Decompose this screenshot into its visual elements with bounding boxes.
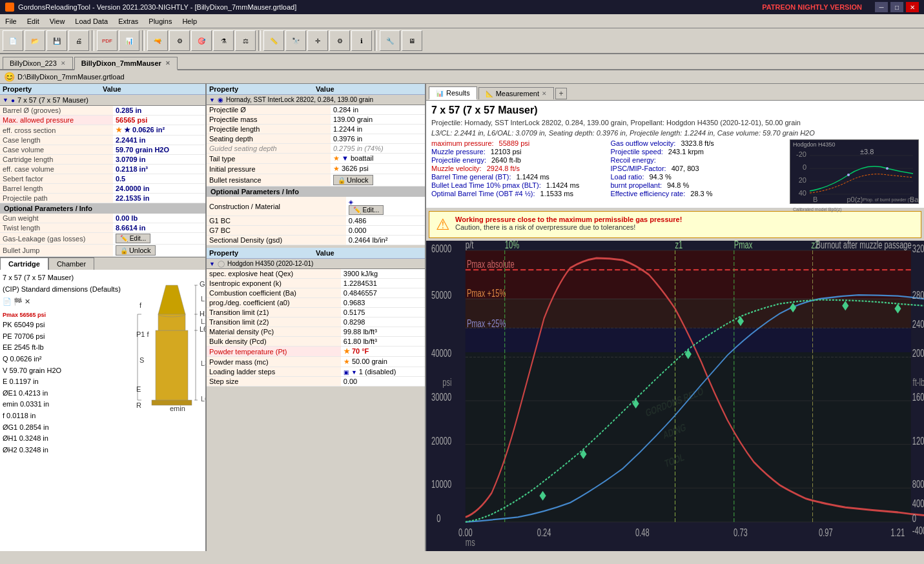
proj-dropdown-icon: ▼	[209, 97, 215, 103]
ba-value: 0.4846557	[341, 288, 425, 298]
powder-selector-label[interactable]: Hodgdon H4350 (2020-12-01)	[227, 260, 313, 267]
bullet-jump-label: Bullet Jump	[0, 245, 113, 257]
svg-text:Burnout after muzzle passage: Burnout after muzzle passage	[816, 241, 912, 251]
proj-tail-label: Tail type	[207, 154, 331, 164]
tab-cartridge[interactable]: Cartridge	[0, 257, 48, 270]
file-path-text: D:\BillyDixon_7mmMauser.grtload	[17, 73, 125, 81]
toolbar-chart[interactable]: 📊	[119, 30, 139, 51]
tab-results[interactable]: 📊 Results	[429, 86, 477, 100]
stat-oh2: ØH2 0.3248 in	[3, 445, 121, 456]
minimize-button[interactable]: ─	[875, 2, 888, 12]
metric-row-recoil-energy: Recoil energy:	[611, 156, 785, 164]
toolbar-monitor[interactable]: 🖥	[402, 30, 422, 51]
proj-row-bullet-resistance: Bullet resistance 🔒 Unlock	[207, 174, 425, 186]
prop-row-case-length: Case length 2.2441 in	[0, 136, 205, 145]
results-tabs-bar: 📊 Results 📐 Measurement ✕ +	[426, 84, 924, 101]
svg-text:ft-lb: ft-lb	[913, 376, 924, 388]
toolbar-print[interactable]: 🖨	[68, 30, 89, 51]
menu-plugins[interactable]: Plugins	[143, 16, 177, 26]
toolbar-new[interactable]: 📄	[3, 30, 23, 51]
toolbar-settings[interactable]: 🔧	[380, 30, 400, 51]
pc-label: Material density (Pc)	[207, 327, 341, 337]
toolbar-calc[interactable]: ⚙	[169, 30, 190, 51]
bullet-jump-unlock-button[interactable]: 🔒 Unlock	[116, 245, 156, 256]
gas-leakage-edit-button[interactable]: ✏️ Edit...	[116, 234, 150, 243]
prop-row-barrel-length: Barrel length 24.0000 in	[0, 184, 205, 194]
proj-speed-label: Projectile speed:	[611, 148, 663, 156]
tab-billydixon223[interactable]: BillyDixon_223 ✕	[3, 57, 73, 69]
step-size-label: Step size	[207, 377, 341, 387]
maximize-button[interactable]: □	[890, 2, 903, 12]
tab-close-1[interactable]: ✕	[165, 60, 170, 66]
middle-optional-table: Construction / Material ◈ ✏️ Edit... G1 …	[207, 197, 425, 245]
ladder-expand-icon: ▣	[344, 369, 349, 376]
projectile-selector-label[interactable]: Hornady, SST InterLock 28202, 0.284, 139…	[226, 96, 373, 103]
a0-value: 0.9683	[341, 298, 425, 308]
tab-chamber[interactable]: Chamber	[48, 257, 94, 270]
svg-text:z1: z1	[675, 241, 683, 251]
caliber-selector-label[interactable]: 7 x 57 (7 x 57 Mauser)	[17, 96, 88, 104]
results-metrics-right: Gas outflow velocity: 3323.8 ft/s Projec…	[611, 139, 785, 204]
menu-file[interactable]: File	[0, 16, 22, 26]
toolbar-save[interactable]: 💾	[46, 30, 67, 51]
cross-section-label: eff. cross section	[0, 125, 113, 136]
metric-row-obt: Optimal Barrel Time (OBT #4 ½): 1.1533 m…	[431, 190, 606, 197]
toolbar-bullet[interactable]: 🔫	[147, 30, 168, 51]
toolbar-gear[interactable]: ⚙	[329, 30, 350, 51]
menu-extras[interactable]: Extras	[113, 16, 143, 26]
opt-row-g7bc: G7 BC 0.000	[207, 226, 425, 236]
stat-e: E 0.1197 in	[3, 376, 121, 388]
add-tab-button[interactable]: +	[555, 88, 567, 99]
k-value: 1.2284531	[341, 279, 425, 288]
tab-billydixon7mm[interactable]: BillyDixon_7mmMauser ✕	[74, 57, 178, 70]
recoil-energy-label: Recoil energy:	[611, 156, 656, 164]
proj-od-label: Projectile Ø	[207, 105, 331, 115]
toolbar-info[interactable]: ℹ	[351, 30, 372, 51]
toolbar-flask[interactable]: ⚗	[213, 30, 234, 51]
bullet-resistance-unlock-button[interactable]: 🔒 Unlock	[333, 175, 373, 185]
toolbar-crosshair[interactable]: ✛	[307, 30, 328, 51]
muzzle-vel-label: Muzzle velocity:	[431, 165, 482, 172]
menu-loaddata[interactable]: Load Data	[70, 16, 113, 26]
blt-label: Bullet Lead Time 10% pmax (BLT):	[431, 181, 541, 189]
results-metrics-left: maximum pressure: 55889 psi Muzzle press…	[431, 139, 606, 204]
pcd-label: Bulk density (Pcd)	[207, 337, 341, 347]
main-chart-svg: GORDONS RELO ADING TOOL 60000 50000 4000…	[426, 241, 924, 551]
close-button[interactable]: ✕	[906, 2, 919, 12]
toolbar: 📄 📂 💾 🖨 PDF 📊 🔫 ⚙ 🎯 ⚗ ⚖ 📏 🔭 ✛ ⚙ ℹ 🔧 🖥	[0, 28, 924, 54]
barrel-time-label: Barrel Time general (BT):	[431, 173, 511, 181]
eff-efficiency-value: 28.3 %	[690, 190, 712, 197]
tab-measurement[interactable]: 📐 Measurement ✕	[478, 87, 554, 99]
menu-view[interactable]: View	[45, 16, 70, 26]
metric-row-blt: Bullet Lead Time 10% pmax (BLT): 1.1424 …	[431, 181, 606, 189]
twist-value: 8.6614 in	[113, 223, 205, 233]
powder-col2: Value	[316, 249, 422, 257]
powder-row-z2: Transition limit (z2) 0.8298	[207, 317, 425, 327]
svg-text:L2: L2	[201, 317, 205, 325]
z2-value: 0.8298	[341, 317, 425, 327]
svg-text:G1: G1	[200, 280, 205, 288]
prop-row-eff-case-vol: eff. case volume 0.2118 in³	[0, 165, 205, 174]
gas-leakage-value: ✏️ Edit...	[113, 233, 205, 245]
toolbar-open[interactable]: 📂	[25, 30, 45, 51]
toolbar-scope[interactable]: 🔭	[285, 30, 306, 51]
proj-energy-value: 2640 ft-lb	[491, 156, 521, 164]
metric-row-burnt-propellant: burnt propellant: 94.8 %	[611, 181, 785, 189]
toolbar-measure[interactable]: 📏	[263, 30, 284, 51]
toolbar-weight[interactable]: ⚖	[235, 30, 256, 51]
svg-text:2000: 2000	[912, 347, 924, 359]
projectile-selector-row: ▼ ◉ Hornady, SST InterLock 28202, 0.284,…	[207, 95, 425, 105]
pressure-value: 56565 psi	[113, 116, 205, 125]
menu-edit[interactable]: Edit	[22, 16, 45, 26]
svg-text:B: B	[813, 196, 817, 203]
results-desc-dimensions: L3/CL: 2.2441 in, L6/OAL: 3.0709 in, Sea…	[431, 129, 919, 137]
cartridge-svg-area: G1 H2 L6 f P1 f S E R emin	[123, 272, 205, 416]
construction-edit-button[interactable]: ✏️ Edit...	[349, 205, 384, 215]
measurement-tab-close[interactable]: ✕	[542, 90, 547, 97]
tab-close-0[interactable]: ✕	[61, 60, 66, 66]
menu-help[interactable]: Help	[177, 16, 202, 26]
toolbar-pdf[interactable]: PDF	[97, 30, 118, 51]
svg-text:L6: L6	[201, 395, 205, 403]
app-icon	[5, 3, 14, 12]
toolbar-target[interactable]: 🎯	[191, 30, 212, 51]
